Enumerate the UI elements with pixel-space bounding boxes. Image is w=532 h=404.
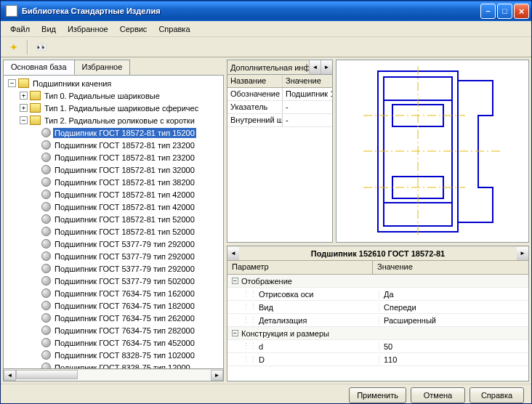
help-button[interactable]: Справка [469, 387, 524, 403]
info-row[interactable]: Внутренний ши- [227, 114, 332, 127]
toolbar: ✦ 👀 [1, 37, 531, 57]
tree-node[interactable]: Подшипник ГОСТ 7634-75 тип 282000 [5, 324, 222, 336]
expand-icon[interactable]: + [20, 104, 28, 112]
param-row[interactable]: ⋮⋮Отрисовка осиДа [227, 288, 528, 301]
menu-service[interactable]: Сервис [115, 23, 153, 35]
menu-file[interactable]: Файл [5, 23, 35, 35]
tree-node[interactable]: +Тип 0. Радиальные шариковые [5, 89, 222, 102]
scroll-thumb[interactable] [16, 370, 78, 379]
tree-node[interactable]: Подшипник ГОСТ 7634-75 тип 182000 [5, 299, 222, 312]
param-row[interactable]: ⋮⋮ДетализацияРасширенный [227, 314, 528, 327]
tree-node[interactable]: Подшипник ГОСТ 18572-81 тип 23200 [5, 151, 222, 163]
bearing-icon [41, 288, 51, 298]
maximize-button[interactable]: □ [497, 4, 512, 19]
param-row[interactable]: ⋮⋮D110 [227, 353, 528, 366]
tree-node[interactable]: Подшипник ГОСТ 7634-75 тип 262000 [5, 312, 222, 324]
folder-icon [30, 91, 41, 100]
tree-label: Подшипник ГОСТ 18572-81 тип 15200 [53, 128, 196, 138]
info-row[interactable]: ОбозначениеПодшипник 15: [227, 88, 332, 101]
titlebar: Библиотека Стандартные Изделия – □ × [1, 1, 531, 21]
tree-node[interactable]: −Тип 2. Радиальные роликовые с коротки [5, 114, 222, 126]
tree-node[interactable]: Подшипник ГОСТ 18572-81 тип 15200 [5, 126, 222, 139]
tree-node[interactable]: Подшипник ГОСТ 18572-81 тип 52000 [5, 225, 222, 238]
collapse-icon[interactable]: − [8, 79, 16, 87]
collapse-icon[interactable]: − [232, 330, 238, 336]
info-header: Дополнительная инфор [227, 63, 309, 72]
tree-label: Подшипник ГОСТ 5377-79 тип 292000 [53, 251, 196, 262]
param-group[interactable]: −Отображение [227, 275, 528, 288]
parameters-panel: ◄ Подшипник 152610 ГОСТ 18572-81 ► Парам… [227, 246, 529, 381]
collapse-icon[interactable]: − [20, 116, 28, 124]
cancel-button[interactable]: Отмена [411, 387, 465, 403]
tree-label: Подшипник ГОСТ 7634-75 тип 262000 [53, 313, 196, 323]
toolbar-star-button[interactable]: ✦ [5, 39, 23, 55]
param-group[interactable]: −Конструкция и размеры [227, 327, 528, 340]
star-icon: ✦ [9, 41, 18, 53]
tree-node[interactable]: Подшипник ГОСТ 18572-81 тип 38200 [5, 176, 222, 188]
tree-label: Подшипник ГОСТ 18572-81 тип 52000 [53, 227, 196, 237]
tree-label: Подшипник ГОСТ 18572-81 тип 42000 [53, 190, 196, 200]
tab-favorites[interactable]: Избранное [74, 60, 131, 75]
info-nav-right[interactable]: ► [321, 60, 332, 74]
menu-help[interactable]: Справка [153, 23, 195, 35]
minimize-button[interactable]: – [480, 4, 496, 19]
tree-label: Подшипники качения [31, 78, 113, 89]
footer: Применить Отмена Справка [1, 384, 531, 404]
tree-node[interactable]: −Подшипники качения [5, 77, 222, 89]
tree-node[interactable]: Подшипник ГОСТ 18572-81 тип 32000 [5, 163, 222, 176]
window-title: Библиотека Стандартные Изделия [20, 7, 480, 15]
tree-node[interactable]: Подшипник ГОСТ 18572-81 тип 42000 [5, 201, 222, 213]
param-row[interactable]: ⋮⋮ВидСпереди [227, 301, 528, 314]
info-row[interactable]: Указатель- [227, 101, 332, 114]
bearing-icon [41, 177, 51, 187]
param-nav-left[interactable]: ◄ [227, 247, 239, 260]
bearing-icon [41, 128, 51, 137]
tree-node[interactable]: Подшипник ГОСТ 5377-79 тип 502000 [5, 275, 222, 287]
bearing-icon [41, 363, 51, 369]
expand-icon[interactable]: + [20, 92, 28, 100]
tree-view[interactable]: −Подшипники качения+Тип 0. Радиальные ша… [3, 75, 224, 369]
tree-node[interactable]: Подшипник ГОСТ 18572-81 тип 23200 [5, 139, 222, 151]
bearing-icon [41, 214, 51, 224]
scroll-right-button[interactable]: ► [211, 370, 223, 381]
bearing-icon [41, 140, 51, 150]
info-grid: НазваниеЗначение ОбозначениеПодшипник 15… [227, 75, 333, 243]
tree-node[interactable]: Подшипник ГОСТ 5377-79 тип 292000 [5, 250, 222, 262]
collapse-icon[interactable]: − [232, 278, 238, 284]
tree-node[interactable]: Подшипник ГОСТ 7634-75 тип 162000 [5, 287, 222, 299]
folder-icon [30, 116, 41, 125]
menu-view[interactable]: Вид [36, 23, 61, 35]
info-nav-left[interactable]: ◄ [309, 60, 321, 74]
param-nav-right[interactable]: ► [517, 247, 528, 260]
tree-node[interactable]: Подшипник ГОСТ 18572-81 тип 52000 [5, 213, 222, 225]
tree-node[interactable]: Подшипник ГОСТ 8328-75 тип 102000 [5, 349, 222, 361]
tree-label: Подшипник ГОСТ 7634-75 тип 452000 [53, 338, 196, 348]
tree-node[interactable]: Подшипник ГОСТ 7634-75 тип 452000 [5, 336, 222, 349]
toolbar-binoculars-button[interactable]: 👀 [33, 39, 50, 55]
param-col-name: Параметр [227, 261, 373, 274]
tree-node[interactable]: Подшипник ГОСТ 5377-79 тип 292000 [5, 262, 222, 275]
tree-node[interactable]: Подшипник ГОСТ 18572-81 тип 42000 [5, 188, 222, 201]
tab-main-db[interactable]: Основная база [3, 60, 75, 75]
close-button[interactable]: × [514, 4, 529, 19]
scroll-left-button[interactable]: ◄ [4, 370, 16, 381]
param-body[interactable]: −Отображение ⋮⋮Отрисовка осиДа ⋮⋮ВидСпер… [227, 275, 528, 381]
param-row[interactable]: ⋮⋮d50 [227, 340, 528, 353]
apply-button[interactable]: Применить [349, 387, 406, 403]
tree-node[interactable]: Подшипник ГОСТ 8328-75 тип 12000 [5, 361, 222, 369]
bearing-icon [41, 338, 51, 347]
bearing-icon [41, 190, 51, 199]
tree-label: Подшипник ГОСТ 5377-79 тип 292000 [53, 239, 196, 249]
bearing-icon [41, 264, 51, 273]
bearing-icon [41, 153, 51, 162]
tree-label: Тип 1. Радиальные шариковые сферичес [43, 103, 200, 113]
tree-node[interactable]: Подшипник ГОСТ 5377-79 тип 292000 [5, 238, 222, 250]
info-col-value: Значение [283, 75, 332, 87]
tree-label: Тип 2. Радиальные роликовые с коротки [43, 116, 196, 126]
bearing-icon [41, 326, 51, 335]
menu-favorites[interactable]: Избранное [63, 23, 113, 35]
tree-label: Подшипник ГОСТ 18572-81 тип 23200 [53, 153, 196, 163]
scroll-track[interactable] [16, 370, 211, 381]
tree-node[interactable]: +Тип 1. Радиальные шариковые сферичес [5, 102, 222, 114]
tree-h-scrollbar[interactable]: ◄ ► [3, 369, 224, 381]
